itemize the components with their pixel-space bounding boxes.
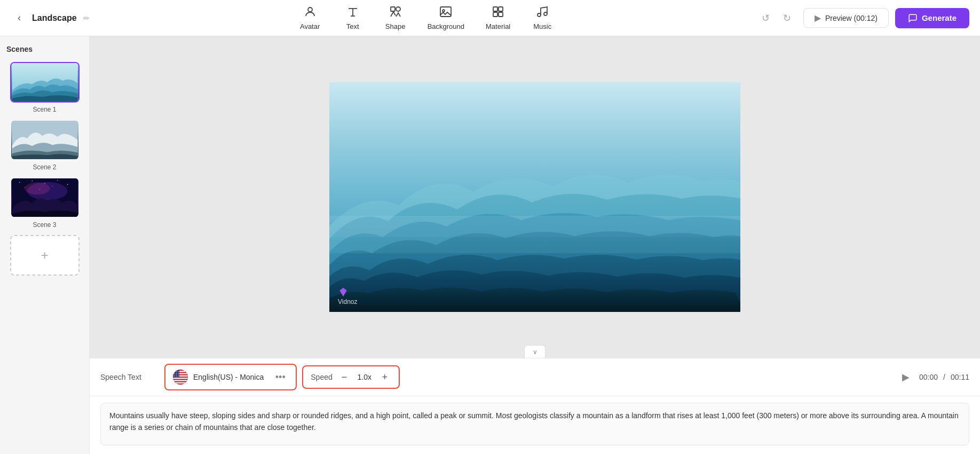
- svg-point-20: [57, 180, 58, 181]
- redo-button[interactable]: ↻: [778, 9, 797, 28]
- generate-button[interactable]: Generate: [895, 8, 969, 28]
- scene-item-3[interactable]: Scene 3: [6, 177, 83, 229]
- tool-avatar[interactable]: Avatar: [291, 2, 329, 34]
- svg-rect-4: [391, 7, 395, 11]
- background-label: Background: [428, 22, 464, 30]
- shape-label: Shape: [385, 22, 406, 30]
- main-canvas[interactable]: Vidnoz: [329, 82, 740, 312]
- tool-background[interactable]: Background: [419, 2, 473, 34]
- canvas-area: Vidnoz ∨: [90, 36, 980, 358]
- svg-point-17: [19, 182, 20, 183]
- speech-text-label: Speech Text: [100, 373, 164, 381]
- scenes-label: Scenes: [6, 45, 83, 53]
- svg-rect-11: [499, 12, 503, 17]
- scene-thumb-3[interactable]: [10, 177, 80, 218]
- canvas-wrapper: Vidnoz ∨: [90, 36, 980, 358]
- vidnoz-text: Vidnoz: [338, 298, 357, 306]
- chevron-down-icon: ∨: [533, 348, 538, 356]
- add-scene-item[interactable]: +: [6, 235, 83, 276]
- svg-point-12: [538, 13, 541, 17]
- back-button[interactable]: ‹: [11, 10, 28, 27]
- vidnoz-logo-icon: [338, 287, 349, 298]
- music-label: Music: [533, 22, 551, 30]
- text-icon: [346, 5, 359, 20]
- project-title: Landscape: [32, 13, 77, 23]
- svg-rect-28: [329, 216, 740, 237]
- svg-point-13: [544, 12, 547, 15]
- svg-point-26: [25, 183, 50, 195]
- language-flag: ★ ★ ★ ★ ★ ★ ★ ★ ★ ★ ★ ★ ★ ★ ★ ★ ★: [173, 370, 188, 385]
- play-button[interactable]: ▶: [898, 369, 914, 385]
- svg-rect-29: [329, 237, 740, 253]
- speed-value: 1.0x: [356, 373, 373, 381]
- svg-rect-10: [493, 12, 497, 17]
- svg-text:★ ★ ★ ★ ★ ★: ★ ★ ★ ★ ★ ★: [173, 375, 185, 377]
- scene-item-1[interactable]: Scene 1: [6, 62, 83, 113]
- time-display: ▶ 00:00 / 00:11: [898, 369, 969, 385]
- sidebar: Scenes: [0, 36, 90, 454]
- preview-label: Preview (00:12): [825, 14, 878, 22]
- svg-rect-35: [173, 378, 188, 379]
- voice-selector[interactable]: ★ ★ ★ ★ ★ ★ ★ ★ ★ ★ ★ ★ ★ ★ ★ ★ ★ Englis…: [164, 364, 297, 390]
- avatar-icon: [304, 5, 317, 20]
- svg-rect-8: [493, 7, 497, 11]
- speed-decrease-button[interactable]: −: [338, 371, 351, 383]
- svg-point-21: [67, 184, 68, 185]
- toolbar-right: ↺ ↻ ▶ Preview (00:12) Generate: [756, 8, 969, 28]
- total-time: 00:11: [951, 373, 969, 381]
- current-time: 00:00: [919, 373, 938, 381]
- generate-label: Generate: [922, 13, 957, 22]
- preview-play-icon: ▶: [815, 13, 821, 23]
- material-label: Material: [486, 22, 510, 30]
- background-icon: [439, 5, 452, 20]
- voice-name: English(US) - Monica: [193, 373, 264, 381]
- speech-row: Speech Text: [90, 358, 980, 396]
- speed-increase-button[interactable]: +: [378, 371, 391, 383]
- svg-rect-6: [440, 7, 451, 17]
- voice-more-options-button[interactable]: •••: [272, 369, 288, 385]
- svg-rect-9: [499, 7, 503, 11]
- scene-item-2[interactable]: Scene 2: [6, 120, 83, 171]
- avatar-label: Avatar: [300, 22, 320, 30]
- tool-text[interactable]: Text: [334, 2, 372, 34]
- scene-name-1: Scene 1: [33, 106, 56, 113]
- scene-name-2: Scene 2: [33, 163, 56, 171]
- add-scene-icon: +: [41, 248, 48, 263]
- toolbar-left: ‹ Landscape ✏: [11, 10, 96, 27]
- undo-button[interactable]: ↺: [756, 9, 776, 28]
- edit-title-button[interactable]: ✏: [81, 12, 92, 25]
- svg-point-0: [308, 7, 312, 12]
- music-icon: [536, 5, 549, 20]
- speech-text-input[interactable]: Mountains usually have steep, sloping si…: [100, 403, 969, 445]
- bottom-panel: Speech Text: [90, 358, 980, 454]
- collapse-button[interactable]: ∨: [524, 345, 546, 358]
- svg-rect-37: [173, 382, 188, 383]
- scene-name-3: Scene 3: [33, 221, 56, 229]
- svg-point-7: [442, 10, 445, 12]
- toolbar: ‹ Landscape ✏ Avatar Text: [0, 0, 980, 36]
- main-area: Scenes: [0, 36, 980, 454]
- tool-music[interactable]: Music: [523, 2, 562, 34]
- generate-icon: [908, 13, 918, 23]
- speed-label: Speed: [311, 373, 332, 381]
- svg-rect-36: [173, 380, 188, 381]
- toolbar-center: Avatar Text Shape: [96, 2, 756, 34]
- svg-point-18: [31, 181, 33, 182]
- scene-thumb-2[interactable]: [10, 120, 80, 160]
- speech-text-row: Mountains usually have steep, sloping si…: [90, 396, 980, 454]
- watermark: Vidnoz: [338, 287, 357, 306]
- add-scene-button[interactable]: +: [10, 235, 80, 276]
- material-icon: [492, 5, 504, 20]
- speed-control: Speed − 1.0x +: [302, 365, 399, 389]
- svg-point-5: [396, 7, 400, 11]
- tool-material[interactable]: Material: [477, 2, 519, 34]
- preview-button[interactable]: ▶ Preview (00:12): [803, 8, 889, 28]
- undo-redo-group: ↺ ↻: [756, 9, 797, 28]
- scene-thumb-1[interactable]: [10, 62, 80, 103]
- text-label: Text: [346, 22, 359, 30]
- time-separator: /: [943, 373, 945, 381]
- tool-shape[interactable]: Shape: [376, 2, 415, 34]
- shape-icon: [389, 5, 402, 20]
